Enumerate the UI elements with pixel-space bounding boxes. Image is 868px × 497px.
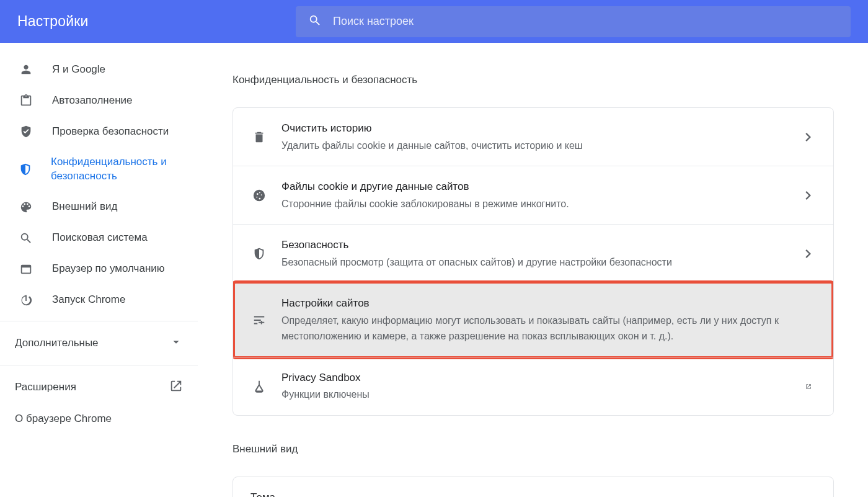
page-title: Настройки (17, 13, 89, 30)
row-title: Тема (250, 490, 801, 497)
row-cookies[interactable]: Файлы cookie и другие данные сайтов Стор… (233, 166, 833, 224)
shield-check-icon (19, 124, 33, 139)
privacy-card: Очистить историю Удалить файлы cookie и … (232, 107, 834, 416)
tune-icon (250, 311, 268, 329)
sidebar-item-default-browser[interactable]: Браузер по умолчанию (0, 254, 198, 285)
search-icon (308, 14, 322, 30)
sidebar-item-label: О браузере Chrome (15, 413, 112, 425)
sidebar-item-you-and-google[interactable]: Я и Google (0, 54, 198, 85)
trash-icon (250, 128, 268, 146)
sidebar-item-appearance[interactable]: Внешний вид (0, 192, 198, 223)
row-theme[interactable]: Тема Открыть Интернет-магазин Chrome (233, 477, 833, 497)
sidebar-item-label: Запуск Chrome (52, 293, 125, 307)
chevron-right-icon (801, 191, 816, 200)
sidebar-item-autofill[interactable]: Автозаполнение (0, 85, 198, 116)
sidebar-item-label: Я и Google (52, 63, 105, 77)
row-clear-browsing-data[interactable]: Очистить историю Удалить файлы cookie и … (233, 108, 833, 166)
main-content: Конфиденциальность и безопасность Очисти… (198, 43, 868, 497)
row-security[interactable]: Безопасность Безопасный просмотр (защита… (233, 224, 833, 282)
sidebar-item-about[interactable]: О браузере Chrome (0, 404, 198, 434)
sidebar-advanced-toggle[interactable]: Дополнительные (0, 326, 198, 360)
sidebar-item-label: Браузер по умолчанию (52, 262, 165, 276)
app-header: Настройки (0, 0, 868, 43)
chevron-right-icon (801, 249, 816, 258)
person-icon (19, 62, 33, 77)
section-title-privacy: Конфиденциальность и безопасность (232, 74, 834, 86)
sidebar-item-label: Конфиденциальность и безопасность (51, 155, 183, 184)
sidebar: Я и Google Автозаполнение Проверка безоп… (0, 43, 198, 497)
sidebar-item-on-startup[interactable]: Запуск Chrome (0, 285, 198, 316)
shield-icon (250, 245, 268, 262)
browser-window-icon (19, 262, 33, 277)
sidebar-item-extensions[interactable]: Расширения (0, 370, 198, 404)
search-container[interactable] (296, 6, 851, 37)
chevron-right-icon (801, 133, 816, 141)
divider (0, 321, 198, 321)
row-title: Очистить историю (281, 120, 801, 137)
sidebar-item-safety-check[interactable]: Проверка безопасности (0, 116, 198, 147)
row-title: Безопасность (281, 237, 801, 253)
sidebar-item-label: Внешний вид (52, 200, 117, 214)
section-title-appearance: Внешний вид (232, 443, 834, 455)
sidebar-item-privacy-security[interactable]: Конфиденциальность и безопасность (0, 147, 198, 192)
row-subtitle: Определяет, какую информацию могут испол… (281, 313, 816, 344)
row-subtitle: Сторонние файлы cookie заблокированы в р… (281, 196, 801, 212)
flask-icon (250, 378, 268, 395)
appearance-card: Тема Открыть Интернет-магазин Chrome (232, 477, 834, 497)
row-title: Privacy Sandbox (281, 370, 801, 386)
chevron-down-icon (169, 335, 183, 351)
row-title: Файлы cookie и другие данные сайтов (281, 179, 801, 195)
row-subtitle: Функции включены (281, 387, 801, 403)
clipboard-icon (19, 93, 33, 108)
divider (0, 365, 198, 365)
open-external-icon (801, 382, 816, 391)
sidebar-advanced-label: Дополнительные (15, 337, 99, 349)
row-site-settings[interactable]: Настройки сайтов Определяет, какую инфор… (233, 282, 833, 357)
sidebar-item-label: Автозаполнение (52, 94, 133, 108)
shield-icon (19, 162, 32, 177)
sidebar-item-label: Расширения (15, 381, 76, 393)
search-icon (19, 231, 33, 246)
sidebar-item-search-engine[interactable]: Поисковая система (0, 223, 198, 254)
cookie-icon (250, 187, 268, 204)
search-input[interactable] (333, 15, 838, 28)
palette-icon (19, 200, 33, 215)
row-title: Настройки сайтов (281, 295, 816, 311)
power-icon (19, 293, 33, 308)
row-subtitle: Безопасный просмотр (защита от опасных с… (281, 254, 801, 271)
open-external-icon (169, 379, 183, 395)
sidebar-item-label: Поисковая система (52, 231, 148, 245)
row-privacy-sandbox[interactable]: Privacy Sandbox Функции включены (233, 357, 833, 415)
sidebar-item-label: Проверка безопасности (52, 125, 169, 139)
row-subtitle: Удалить файлы cookie и данные сайтов, оч… (281, 138, 801, 154)
